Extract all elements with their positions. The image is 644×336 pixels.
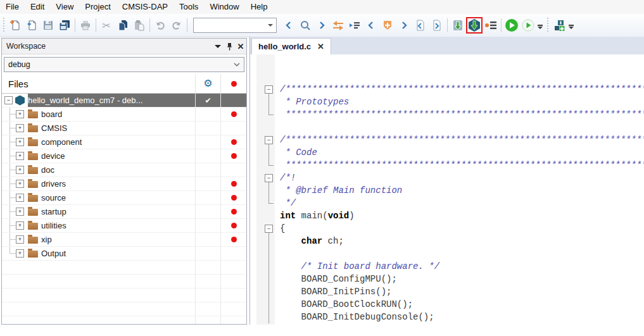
tree-item-source[interactable]: +source (2, 191, 246, 205)
chevron-down-icon (215, 45, 221, 51)
expand-toggle[interactable]: + (16, 110, 24, 118)
paste-button[interactable] (131, 17, 148, 34)
menu-item-project[interactable]: Project (79, 0, 116, 14)
tree-item-hello-world-demo-cm7-deb[interactable]: −hello_world_demo_cm7 - deb...✔ (2, 94, 246, 108)
empty-row (2, 302, 246, 316)
toolbar-overflow-button-2[interactable] (569, 25, 574, 32)
menu-item-cmsis-dap[interactable]: CMSIS-DAP (117, 0, 174, 14)
code-editor[interactable]: −/**************************************… (250, 54, 644, 325)
code-segment: * Prototypes (280, 96, 349, 108)
files-column-header[interactable]: Files (2, 74, 196, 93)
tree-item-drivers[interactable]: +drivers (2, 177, 246, 191)
open-document-button[interactable] (23, 17, 40, 34)
toolbar-grip-2[interactable] (546, 18, 549, 33)
search-next-button[interactable] (313, 17, 330, 34)
bookmark-prev-button[interactable] (363, 17, 379, 34)
code-line: /* Init board hardware. */ (250, 260, 644, 273)
toggle-bookmark-button[interactable] (379, 17, 396, 34)
search-combo[interactable] (193, 18, 277, 33)
play-icon (522, 19, 534, 32)
expand-toggle[interactable]: + (16, 166, 24, 174)
expand-toggle[interactable]: + (16, 221, 24, 230)
go-to-list-icon (349, 21, 360, 30)
workspace-menu-button[interactable] (212, 42, 224, 51)
code-line: −/**************************************… (250, 83, 644, 96)
overflow-icon (538, 25, 543, 26)
undo-icon (155, 20, 166, 31)
expand-toggle[interactable]: + (16, 180, 24, 188)
workspace-close-button[interactable]: ✕ (235, 42, 246, 51)
fold-gutter (250, 285, 280, 298)
tree-item-startup[interactable]: +startup (2, 205, 246, 219)
paste-icon (134, 20, 145, 31)
cut-button[interactable]: ✂ (98, 17, 115, 34)
play-button[interactable] (520, 17, 536, 34)
expand-toggle[interactable]: + (16, 235, 24, 244)
cut-icon: ✂ (102, 20, 110, 32)
swap-arrows-button[interactable] (330, 17, 346, 34)
menu-item-help[interactable]: Help (245, 0, 274, 14)
code-line: ****************************************… (250, 108, 644, 121)
save-button[interactable] (40, 17, 56, 34)
redo-button[interactable] (168, 17, 185, 34)
debug-without-downloading-button[interactable] (483, 17, 499, 34)
folder-icon (28, 195, 38, 202)
expand-toggle[interactable]: + (16, 152, 24, 160)
tree-item-output[interactable]: +Output (2, 247, 246, 261)
prev-file-button[interactable] (412, 17, 429, 34)
tree-item-label: component (41, 137, 84, 147)
close-icon[interactable]: ✕ (317, 42, 324, 51)
pack-installer-button[interactable] (551, 17, 567, 34)
folder-icon (28, 209, 38, 216)
empty-row (2, 289, 246, 302)
code-line: BOARD_ConfigMPU(); (250, 273, 644, 285)
tab-hello-world-c[interactable]: hello_world.c ✕ (251, 38, 331, 54)
chevron-right-icon (317, 21, 326, 30)
toolbar-grip[interactable] (2, 18, 5, 33)
new-document-button[interactable] (7, 17, 23, 34)
go-to-list-button[interactable] (346, 17, 363, 34)
debug-without-downloading-icon (484, 21, 497, 30)
fold-gutter (250, 96, 280, 108)
toolbar-overflow-button[interactable] (538, 25, 543, 32)
bookmark-next-button[interactable] (396, 17, 412, 34)
expand-toggle[interactable]: + (16, 138, 24, 146)
expand-toggle[interactable]: + (16, 208, 24, 216)
fold-collapse-icon[interactable]: − (265, 174, 273, 182)
copy-button[interactable] (115, 17, 131, 34)
tree-item-xip[interactable]: +xip (2, 233, 246, 247)
fold-gutter (250, 146, 280, 159)
search-prev-button[interactable] (281, 17, 297, 34)
build-config-dropdown[interactable]: debug (4, 57, 244, 72)
fold-collapse-icon[interactable]: − (265, 136, 273, 144)
expand-toggle[interactable]: + (16, 249, 24, 258)
menu-item-view[interactable]: View (50, 0, 79, 14)
workspace-panel: Workspace ✕ debug Files ⚙ (1, 38, 247, 325)
tree-item-component[interactable]: +component (2, 135, 246, 149)
fold-collapse-icon[interactable]: − (265, 225, 273, 233)
download-button[interactable] (450, 17, 466, 34)
save-all-button[interactable] (56, 17, 73, 34)
tree-item-cmsis[interactable]: +CMSIS (2, 121, 246, 135)
go-button[interactable] (503, 17, 520, 34)
tree-item-doc[interactable]: +doc (2, 163, 246, 177)
menu-item-window[interactable]: Window (204, 0, 244, 14)
workspace-pin-button[interactable] (224, 42, 235, 51)
tree-item-board[interactable]: +board (2, 108, 246, 121)
expand-toggle[interactable]: + (16, 124, 24, 132)
tree-item-device[interactable]: +device (2, 149, 246, 163)
expand-toggle[interactable]: + (16, 194, 24, 202)
red-dot-icon (231, 111, 237, 117)
menu-item-tools[interactable]: Tools (174, 0, 204, 14)
menu-item-edit[interactable]: Edit (25, 0, 50, 14)
undo-button[interactable] (152, 17, 168, 34)
find-button[interactable] (297, 17, 313, 34)
print-button[interactable] (77, 17, 94, 34)
next-file-button[interactable] (429, 17, 445, 34)
tree-item-utilities[interactable]: +utilities (2, 219, 246, 233)
expand-toggle[interactable]: − (4, 96, 13, 104)
menu-item-file[interactable]: File (0, 0, 25, 14)
fold-gutter (250, 247, 280, 260)
fold-collapse-icon[interactable]: − (265, 85, 273, 94)
download-and-debug-button[interactable] (467, 18, 481, 32)
